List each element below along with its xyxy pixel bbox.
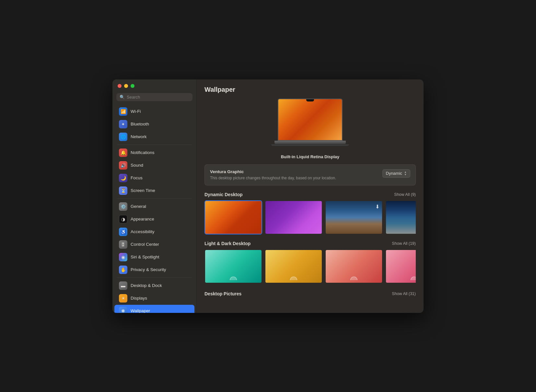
display-name: Built-in Liquid Retina Display xyxy=(281,154,340,159)
sidebar-label-appearance: Appearance xyxy=(131,217,154,221)
desktop-pictures-show-all[interactable]: Show All (31) xyxy=(392,291,416,296)
sidebar-label-bluetooth: Bluetooth xyxy=(131,122,149,126)
dynamic-desktop-title: Dynamic Desktop xyxy=(204,192,242,197)
sidebar-item-notifications[interactable]: 🔔Notifications xyxy=(114,147,194,159)
dynamic-desktop-thumbnails: ⬇ ⬇ xyxy=(204,200,416,234)
search-box[interactable]: 🔍 xyxy=(116,93,192,101)
wallpaper-info-card: Ventura Graphic This desktop picture cha… xyxy=(204,164,416,186)
wallpaper-info-title: Ventura Graphic xyxy=(210,169,336,174)
sidebar-label-focus: Focus xyxy=(131,175,143,180)
maximize-button[interactable] xyxy=(131,84,134,88)
thumb-teal[interactable] xyxy=(204,249,262,283)
wallpaper-info-desc: This desktop picture changes throughout … xyxy=(210,175,336,181)
laptop-wallpaper xyxy=(278,99,342,140)
thumb-rose[interactable] xyxy=(325,249,383,283)
sidebar-item-network[interactable]: 🌐Network xyxy=(114,131,194,143)
thumb-ventura-inner xyxy=(205,201,262,234)
sidebar-item-sound[interactable]: 🔊Sound xyxy=(114,159,194,172)
sidebar-divider-sep3 xyxy=(117,278,192,278)
search-input[interactable] xyxy=(127,95,189,100)
sidebar-label-wallpaper: Wallpaper xyxy=(131,308,150,313)
sidebar-divider-sep1 xyxy=(117,145,192,145)
light-dark-title: Light & Dark Desktop xyxy=(204,241,251,246)
thumb-catalina-cliff[interactable]: ⬇ xyxy=(325,200,383,234)
sidebar-label-screentime: Screen Time xyxy=(131,188,155,193)
sidebar-label-controlcenter: Control Center xyxy=(131,242,159,247)
chevron-updown-icon: ▲▼ xyxy=(404,171,407,176)
desktopdock-icon: ▬ xyxy=(119,281,127,290)
sidebar-label-network: Network xyxy=(131,134,147,139)
main-content: Wallpaper Built-in Liquid Retina Display… xyxy=(197,79,424,313)
focus-icon: 🌙 xyxy=(119,174,127,182)
wallpaper-icon: ❋ xyxy=(119,307,127,313)
general-icon: ⚙️ xyxy=(119,202,127,211)
thumb-catalina-coast[interactable]: ⬇ xyxy=(385,200,416,234)
light-dark-show-all[interactable]: Show All (19) xyxy=(392,241,416,246)
sidebar-item-wifi[interactable]: 📶Wi-Fi xyxy=(114,105,194,118)
display-preview: Built-in Liquid Retina Display xyxy=(204,99,416,159)
desktop-pictures-header: Desktop Pictures Show All (31) xyxy=(204,291,416,296)
siri-icon: ◉ xyxy=(119,253,127,261)
sidebar-label-accessibility: Accessibility xyxy=(131,229,155,234)
system-preferences-window: 🔍 📶Wi-Fi✦Bluetooth🌐Network🔔Notifications… xyxy=(112,79,424,313)
laptop-base-bar xyxy=(271,144,349,146)
thumb-catalina-coast-inner xyxy=(386,201,416,234)
wallpaper-mode-label: Dynamic xyxy=(386,171,402,176)
screentime-icon: ⏳ xyxy=(119,186,127,195)
desktop-pictures-title: Desktop Pictures xyxy=(204,291,241,296)
sidebar-item-displays[interactable]: ☀Displays xyxy=(114,292,194,304)
sidebar-label-notifications: Notifications xyxy=(131,150,155,155)
laptop-base xyxy=(274,141,346,144)
sidebar-item-focus[interactable]: 🌙Focus xyxy=(114,172,194,184)
displays-icon: ☀ xyxy=(119,294,127,303)
bluetooth-icon: ✦ xyxy=(119,120,127,128)
wifi-icon: 📶 xyxy=(119,107,127,116)
sidebar-label-displays: Displays xyxy=(131,296,147,301)
light-dark-header: Light & Dark Desktop Show All (19) xyxy=(204,241,416,246)
sidebar-item-desktopdock[interactable]: ▬Desktop & Dock xyxy=(114,279,194,292)
page-title: Wallpaper xyxy=(204,86,416,93)
close-button[interactable] xyxy=(118,84,122,88)
sidebar-item-siri[interactable]: ◉Siri & Spotlight xyxy=(114,251,194,263)
light-dark-thumbnails xyxy=(204,249,416,283)
thumb-ventura-purple-inner xyxy=(265,201,322,234)
sidebar-divider-sep2 xyxy=(117,198,192,199)
thumb-catalina-cliff-inner xyxy=(326,201,382,234)
sidebar-label-desktopdock: Desktop & Dock xyxy=(131,283,162,288)
accessibility-icon: ♿ xyxy=(119,228,127,236)
titlebar xyxy=(112,79,196,91)
sidebar-item-accessibility[interactable]: ♿Accessibility xyxy=(114,226,194,238)
laptop-notch xyxy=(306,99,314,101)
sidebar-item-bluetooth[interactable]: ✦Bluetooth xyxy=(114,118,194,130)
sidebar: 🔍 📶Wi-Fi✦Bluetooth🌐Network🔔Notifications… xyxy=(112,79,197,313)
sidebar-label-privacy: Privacy & Security xyxy=(131,267,166,272)
notifications-icon: 🔔 xyxy=(119,148,127,157)
sidebar-label-sound: Sound xyxy=(131,163,143,168)
dynamic-desktop-show-all[interactable]: Show All (9) xyxy=(394,192,416,197)
network-icon: 🌐 xyxy=(119,133,127,141)
search-icon: 🔍 xyxy=(120,95,125,100)
sidebar-item-appearance[interactable]: ◑Appearance xyxy=(114,213,194,225)
sidebar-label-siri: Siri & Spotlight xyxy=(131,255,159,259)
controlcenter-icon: 🎛 xyxy=(119,240,127,249)
sidebar-label-wifi: Wi-Fi xyxy=(131,109,141,114)
sidebar-item-wallpaper[interactable]: ❋Wallpaper xyxy=(114,305,194,313)
appearance-icon: ◑ xyxy=(119,215,127,223)
sidebar-item-controlcenter[interactable]: 🎛Control Center xyxy=(114,238,194,251)
thumb-ventura-purple[interactable] xyxy=(265,200,322,234)
privacy-icon: ✋ xyxy=(119,266,127,274)
sidebar-item-general[interactable]: ⚙️General xyxy=(114,200,194,213)
laptop-screen xyxy=(278,99,343,141)
thumb-pink-red[interactable] xyxy=(385,249,416,283)
sidebar-item-screentime[interactable]: ⏳Screen Time xyxy=(114,184,194,197)
sound-icon: 🔊 xyxy=(119,161,127,170)
sidebar-item-privacy[interactable]: ✋Privacy & Security xyxy=(114,264,194,276)
minimize-button[interactable] xyxy=(124,84,128,88)
cloud-download-icon: ⬇ xyxy=(375,204,379,210)
sidebar-label-general: General xyxy=(131,204,146,209)
dynamic-desktop-header: Dynamic Desktop Show All (9) xyxy=(204,192,416,197)
thumb-ventura-graphic[interactable] xyxy=(204,200,262,234)
thumb-gold[interactable] xyxy=(265,249,322,283)
wallpaper-mode-select[interactable]: Dynamic ▲▼ xyxy=(382,169,411,178)
laptop-wrapper xyxy=(274,99,346,150)
